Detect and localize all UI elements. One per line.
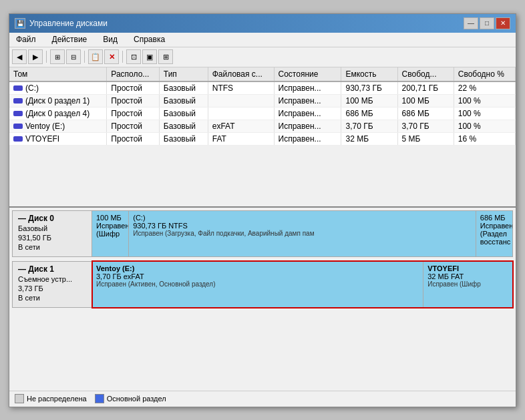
cell-free: 686 МБ — [397, 107, 454, 120]
disk-partitions-disk0: 100 МБИсправен (Шифр(C:)930,73 ГБ NTFSИс… — [92, 210, 513, 257]
disk-status: В сети — [18, 243, 86, 251]
cell-free: 5 МБ — [397, 132, 454, 145]
table-row[interactable]: (Диск 0 раздел 1) Простой Базовый Исправ… — [9, 94, 516, 107]
cell-capacity: 3,70 ГБ — [341, 120, 397, 132]
col-state[interactable]: Состояние — [274, 67, 341, 81]
view-button-3[interactable]: ⊞ — [158, 49, 173, 64]
close-button[interactable]: ✕ — [496, 17, 510, 29]
vol-button-1[interactable]: ⊞ — [50, 49, 65, 64]
disk-label-disk1: — Диск 1 Съемное устр... 3,73 ГБ В сети — [12, 261, 92, 308]
cell-location: Простой — [107, 120, 160, 132]
cell-type: Базовый — [159, 81, 208, 95]
partition-1-1[interactable]: VTOYEFI32 МБ FATИсправен (Шифр — [423, 262, 512, 307]
disk-partitions-disk1: Ventoy (E:)3,70 ГБ exFATИсправен (Активе… — [92, 261, 513, 308]
partition-label: (C:) — [133, 214, 472, 222]
maximize-button[interactable]: □ — [480, 17, 494, 29]
vol-button-2[interactable]: ⊟ — [66, 49, 81, 64]
toolbar-sep-3 — [122, 51, 123, 63]
cell-free-pct: 100 % — [454, 94, 515, 107]
col-free-pct[interactable]: Свободно % — [454, 67, 515, 81]
title-bar-left: 💾 Управление дисками — [15, 18, 108, 29]
col-capacity[interactable]: Емкость — [341, 67, 397, 81]
menu-bar: Файл Действие Вид Справка — [9, 33, 516, 47]
forward-button[interactable]: ▶ — [28, 49, 43, 64]
partition-sublabel: Исправен (Раздел восстанс — [480, 222, 508, 246]
disk-row-disk1[interactable]: — Диск 1 Съемное устр... 3,73 ГБ В сети … — [12, 261, 513, 308]
legend-unallocated: Не распределена — [15, 394, 87, 403]
legend-unallocated-box — [15, 394, 24, 403]
partition-desc: Исправен (Загрузка, Файл подкачки, Авари… — [133, 230, 472, 237]
col-free[interactable]: Свобод... — [397, 67, 454, 81]
disk-label-disk0: — Диск 0 Базовый 931,50 ГБ В сети — [12, 210, 92, 257]
back-button[interactable]: ◀ — [12, 49, 27, 64]
partition-table: Том Располо... Тип Файловая с... Состоян… — [9, 67, 516, 208]
cell-free-pct: 100 % — [454, 107, 515, 120]
main-window: 💾 Управление дисками — □ ✕ Файл Действие… — [9, 13, 516, 407]
partition-sublabel: 3,70 ГБ exFAT — [96, 272, 419, 280]
toolbar-sep-2 — [84, 51, 85, 63]
table-row[interactable]: VTOYEFI Простой Базовый FAT Исправен... … — [9, 132, 516, 145]
cell-name: VTOYEFI — [9, 132, 107, 145]
partition-desc: Исправен (Шифр — [427, 280, 508, 288]
partition-sublabel: Исправен (Шифр — [96, 222, 124, 238]
cell-free: 100 МБ — [397, 94, 454, 107]
partition-0-1[interactable]: (C:)930,73 ГБ NTFSИсправен (Загрузка, Фа… — [129, 211, 476, 256]
disk-icon — [13, 124, 23, 129]
view-button-1[interactable]: ⊡ — [126, 49, 141, 64]
menu-action[interactable]: Действие — [48, 33, 92, 45]
minimize-button[interactable]: — — [464, 17, 478, 29]
cell-name: (Диск 0 раздел 1) — [9, 94, 107, 107]
cell-state: Исправен... — [274, 132, 341, 145]
table-row[interactable]: (C:) Простой Базовый NTFS Исправен... 93… — [9, 81, 516, 95]
title-bar: 💾 Управление дисками — □ ✕ — [9, 14, 516, 33]
table-header-row: Том Располо... Тип Файловая с... Состоян… — [9, 67, 516, 81]
legend: Не распределена Основной раздел — [9, 391, 516, 407]
disk-visual-area: — Диск 0 Базовый 931,50 ГБ В сети 100 МБ… — [9, 208, 516, 391]
cell-free-pct: 16 % — [454, 132, 515, 145]
disk-row-disk0[interactable]: — Диск 0 Базовый 931,50 ГБ В сети 100 МБ… — [12, 210, 513, 257]
partition-0-2[interactable]: 686 МБИсправен (Раздел восстанс — [476, 211, 512, 256]
cell-type: Базовый — [159, 132, 208, 145]
col-location[interactable]: Располо... — [107, 67, 160, 81]
cell-fs: FAT — [208, 132, 274, 145]
partition-sublabel: 32 МБ FAT — [427, 272, 508, 280]
table-row[interactable]: (Диск 0 раздел 4) Простой Базовый Исправ… — [9, 107, 516, 120]
delete-button[interactable]: ✕ — [104, 49, 119, 64]
cell-name: (Диск 0 раздел 4) — [9, 107, 107, 120]
partition-label: 100 МБ — [96, 214, 124, 222]
menu-view[interactable]: Вид — [99, 33, 122, 45]
cell-location: Простой — [107, 94, 160, 107]
legend-primary-box — [95, 394, 104, 403]
window-title: Управление дисками — [29, 19, 108, 28]
partition-label: VTOYEFI — [427, 264, 508, 272]
title-buttons: — □ ✕ — [464, 17, 510, 29]
disk-type: Съемное устр... — [18, 275, 86, 283]
cell-fs — [208, 94, 274, 107]
col-type[interactable]: Тип — [159, 67, 208, 81]
cell-capacity: 100 МБ — [341, 94, 397, 107]
partition-0-0[interactable]: 100 МБИсправен (Шифр — [92, 211, 129, 256]
cell-free: 200,71 ГБ — [397, 81, 454, 95]
col-fs[interactable]: Файловая с... — [208, 67, 274, 81]
cell-location: Простой — [107, 81, 160, 95]
legend-primary-label: Основной раздел — [107, 395, 166, 403]
cell-type: Базовый — [159, 120, 208, 132]
cell-capacity: 930,73 ГБ — [341, 81, 397, 95]
cell-fs: NTFS — [208, 81, 274, 95]
properties-button[interactable]: 📋 — [88, 49, 103, 64]
disk-type: Базовый — [18, 224, 86, 232]
cell-state: Исправен... — [274, 81, 341, 95]
col-tom[interactable]: Том — [9, 67, 107, 81]
menu-file[interactable]: Файл — [12, 33, 40, 45]
toolbar: ◀ ▶ ⊞ ⊟ 📋 ✕ ⊡ ▣ ⊞ — [9, 47, 516, 67]
disk-status: В сети — [18, 294, 86, 302]
table-row[interactable]: Ventoy (E:) Простой Базовый exFAT Исправ… — [9, 120, 516, 132]
cell-state: Исправен... — [274, 94, 341, 107]
cell-state: Исправен... — [274, 120, 341, 132]
partition-desc: Исправен (Активен, Основной раздел) — [96, 280, 419, 288]
legend-unallocated-label: Не распределена — [27, 395, 87, 403]
partition-1-0[interactable]: Ventoy (E:)3,70 ГБ exFATИсправен (Активе… — [92, 262, 423, 307]
view-button-2[interactable]: ▣ — [142, 49, 157, 64]
legend-primary: Основной раздел — [95, 394, 166, 403]
menu-help[interactable]: Справка — [130, 33, 169, 45]
